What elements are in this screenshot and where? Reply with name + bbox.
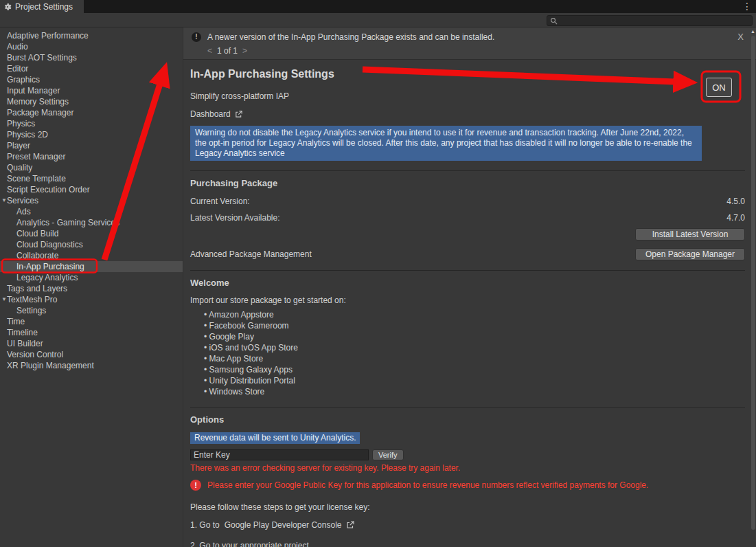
install-latest-version-button[interactable]: Install Latest Version xyxy=(635,228,745,241)
sidebar-item-physics[interactable]: Physics xyxy=(0,118,183,129)
sidebar-item-label: Script Execution Order xyxy=(0,184,90,195)
sidebar-item-player[interactable]: Player xyxy=(0,140,183,151)
section-divider xyxy=(190,407,745,408)
sidebar-item-physics-2d[interactable]: Physics 2D xyxy=(0,129,183,140)
analytics-notice-row: Revenue data will be sent to Unity Analy… xyxy=(190,432,745,444)
sidebar-item-time[interactable]: Time xyxy=(0,316,183,327)
welcome-intro: Import our store package to get started … xyxy=(190,295,745,306)
dashboard-link[interactable]: Dashboard xyxy=(190,109,231,119)
advanced-package-management-label: Advanced Package Management xyxy=(190,249,312,259)
sidebar-item-collaborate[interactable]: Collaborate xyxy=(0,250,183,261)
sidebar-item-scene-template[interactable]: Scene Template xyxy=(0,173,183,184)
bullet-icon: • xyxy=(204,365,209,375)
sidebar-item-label: Editor xyxy=(0,63,28,74)
bullet-icon: • xyxy=(204,376,209,386)
sidebar-item-label: Preset Manager xyxy=(0,151,65,162)
bullet-icon: • xyxy=(204,321,209,331)
store-name: iOS and tvOS App Store xyxy=(209,343,298,353)
sidebar-item-label: Physics 2D xyxy=(0,129,48,140)
sidebar-item-label: Audio xyxy=(0,41,28,52)
pager-count: 1 of 1 xyxy=(217,46,238,56)
foldout-expanded-icon[interactable]: ▼ xyxy=(1,195,7,206)
sidebar-item-script-execution-order[interactable]: Script Execution Order xyxy=(0,184,183,195)
sidebar-item-analytics-gaming-services[interactable]: Analytics - Gaming Services xyxy=(0,217,183,228)
install-button-row: Install Latest Version xyxy=(190,228,745,241)
sidebar-item-textmesh-pro[interactable]: ▼TextMesh Pro xyxy=(0,294,183,305)
store-list-item: • Amazon Appstore xyxy=(204,309,745,320)
sidebar-item-memory-settings[interactable]: Memory Settings xyxy=(0,96,183,107)
tab-project-settings[interactable]: Project Settings xyxy=(0,0,84,13)
sidebar-item-label: Scene Template xyxy=(0,173,66,184)
google-play-console-link[interactable]: Google Play Developer Console xyxy=(225,520,342,530)
sidebar-item-label: Cloud Diagnostics xyxy=(0,239,83,250)
sidebar-item-package-manager[interactable]: Package Manager xyxy=(0,107,183,118)
sidebar-item-input-manager[interactable]: Input Manager xyxy=(0,85,183,96)
current-version-label: Current Version: xyxy=(190,197,250,206)
sidebar-item-audio[interactable]: Audio xyxy=(0,41,183,52)
sidebar-item-label: Legacy Analytics xyxy=(0,272,78,283)
search-box[interactable] xyxy=(547,15,753,26)
pager-next-icon[interactable]: > xyxy=(242,46,247,56)
sidebar-item-cloud-diagnostics[interactable]: Cloud Diagnostics xyxy=(0,239,183,250)
sidebar-item-label: Burst AOT Settings xyxy=(0,52,77,63)
pager-prev-icon[interactable]: < xyxy=(207,46,212,56)
sidebar-list: Adaptive PerformanceAudioBurst AOT Setti… xyxy=(0,30,183,371)
legacy-analytics-warning: Warning do not disable the Legacy Analyt… xyxy=(190,126,702,161)
sidebar-item-tags-and-layers[interactable]: Tags and Layers xyxy=(0,283,183,294)
sidebar-item-legacy-analytics[interactable]: Legacy Analytics xyxy=(0,272,183,283)
sidebar-item-timeline[interactable]: Timeline xyxy=(0,327,183,338)
toolbar xyxy=(0,13,756,27)
gear-icon xyxy=(3,3,12,11)
store-name: Facebook Gameroom xyxy=(209,321,289,331)
sidebar-item-label: Quality xyxy=(0,162,32,173)
sidebar-item-label: Analytics - Gaming Services xyxy=(0,217,119,228)
store-name: Mac App Store xyxy=(209,354,264,364)
sidebar-item-ui-builder[interactable]: UI Builder xyxy=(0,338,183,349)
sidebar-item-version-control[interactable]: Version Control xyxy=(0,349,183,360)
license-key-input[interactable] xyxy=(190,449,369,460)
step1-text: 1. Go to xyxy=(190,520,220,530)
sidebar-item-ads[interactable]: Ads xyxy=(0,206,183,217)
sidebar-item-label: Adaptive Performance xyxy=(0,30,89,41)
external-link-icon[interactable] xyxy=(235,111,242,118)
external-link-icon[interactable] xyxy=(346,521,354,529)
step2-text: 2. Go to your appropriate project. xyxy=(190,541,745,547)
open-package-manager-button[interactable]: Open Package Manager xyxy=(635,248,745,260)
search-icon xyxy=(550,17,558,25)
options-heading: Options xyxy=(190,414,745,427)
sidebar-item-adaptive-performance[interactable]: Adaptive Performance xyxy=(0,30,183,41)
store-list-item: • Google Play xyxy=(204,331,745,342)
scroll-up-icon[interactable]: ▲ xyxy=(751,29,755,34)
sidebar-item-burst-aot-settings[interactable]: Burst AOT Settings xyxy=(0,52,183,63)
google-key-error-text: Please enter your Google Public Key for … xyxy=(207,480,648,490)
server-error-text: There was an error checking server for e… xyxy=(190,463,745,473)
simplify-iap-label: Simplify cross-platform IAP xyxy=(190,91,745,102)
advanced-package-row: Advanced Package Management Open Package… xyxy=(190,248,745,260)
store-name: Samsung Galaxy Apps xyxy=(209,365,293,375)
package-update-banner: ! A newer version of the In-App Purchasi… xyxy=(183,27,756,60)
steps-intro: Please follow these steps to get your li… xyxy=(190,502,745,513)
sidebar-item-settings[interactable]: Settings xyxy=(0,305,183,316)
verify-button[interactable]: Verify xyxy=(372,449,404,460)
sidebar-item-label: Player xyxy=(0,140,30,151)
bullet-icon: • xyxy=(204,310,209,320)
sidebar-item-graphics[interactable]: Graphics xyxy=(0,74,183,85)
sidebar-item-label: Version Control xyxy=(0,349,63,360)
sidebar-item-editor[interactable]: Editor xyxy=(0,63,183,74)
foldout-expanded-icon[interactable]: ▼ xyxy=(1,294,7,305)
sidebar-item-xr-plugin-management[interactable]: XR Plugin Management xyxy=(0,360,183,371)
sidebar-item-label: In-App Purchasing xyxy=(0,261,84,272)
step1-row: 1. Go to Google Play Developer Console xyxy=(190,520,745,531)
sidebar-item-quality[interactable]: Quality xyxy=(0,162,183,173)
sidebar-item-in-app-purchasing[interactable]: In-App Purchasing xyxy=(0,261,183,272)
sidebar-item-cloud-build[interactable]: Cloud Build xyxy=(0,228,183,239)
search-input[interactable] xyxy=(560,16,749,25)
close-icon[interactable]: X xyxy=(737,32,744,42)
sidebar-item-label: Package Manager xyxy=(0,107,73,118)
kebab-menu-icon[interactable]: ⋮ xyxy=(742,1,752,12)
store-name: Windows Store xyxy=(209,387,265,397)
sidebar-item-services[interactable]: ▼Services xyxy=(0,195,183,206)
iap-enabled-toggle[interactable]: ON xyxy=(706,78,732,97)
sidebar-item-preset-manager[interactable]: Preset Manager xyxy=(0,151,183,162)
banner-pager: < 1 of 1 > xyxy=(207,46,749,56)
